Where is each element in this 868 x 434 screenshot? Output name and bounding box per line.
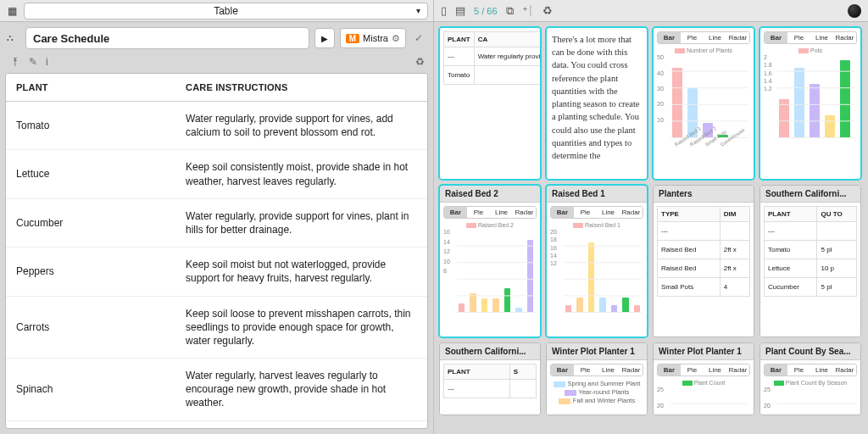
table-row[interactable]: ZucchiniWater regularly, provide support… (6, 420, 427, 429)
card-body: BarPieLineRadarPlant Count By Season5101… (760, 360, 860, 415)
tab-pie[interactable]: Pie (787, 364, 810, 376)
tab-pie[interactable]: Pie (681, 32, 704, 43)
tab-radar[interactable]: Radar (726, 364, 749, 376)
mini-row[interactable]: Small Pots4 (658, 278, 750, 297)
card-r2c3[interactable]: PlantersTYPEDIM---Raised Bed2ft xRaised … (653, 185, 754, 337)
tab-bar[interactable]: Bar (444, 207, 467, 218)
edit-icon[interactable]: ✎ (29, 56, 37, 68)
card-r1c3[interactable]: BarPieLineRadarNumber of Plants102030405… (653, 27, 754, 180)
tab-line[interactable]: Line (597, 364, 620, 376)
chart-tabs[interactable]: BarPieLineRadar (764, 364, 857, 376)
mini-row[interactable]: Raised Bed2ft x (658, 241, 750, 259)
tab-pie[interactable]: Pie (574, 364, 597, 376)
add-icon[interactable]: ⁺⦚ (522, 4, 534, 17)
title-row: ∴ Care Schedule ▶ M Mistra ⚙ ✓ (0, 22, 433, 54)
mini-chart: 810121416 (443, 230, 537, 323)
table-row[interactable]: LettuceKeep soil consistently moist, pro… (6, 150, 427, 198)
card-grid[interactable]: PLANTCA---Water regularly provide suppor… (434, 22, 868, 434)
tab-radar[interactable]: Radar (833, 364, 856, 376)
copy-icon[interactable]: ⧉ (506, 4, 514, 18)
tab-pie[interactable]: Pie (574, 207, 597, 218)
right-panel: ▯ ▤ 5 / 66 ⧉ ⁺⦚ ♻ PLANTCA---Water regula… (434, 0, 868, 434)
mini-row[interactable]: Raised Bed2ft x (658, 259, 750, 278)
card-r3c4[interactable]: Plant Count By Sea...BarPieLineRadarPlan… (760, 342, 861, 415)
card-r3c2[interactable]: Winter Plot Planter 1BarPieLineRadarSpri… (546, 342, 648, 415)
tab-radar[interactable]: Radar (833, 32, 856, 43)
tab-radar[interactable]: Radar (620, 364, 643, 376)
table-row[interactable]: PeppersKeep soil moist but not waterlogg… (6, 248, 427, 296)
tab-bar[interactable]: Bar (658, 364, 681, 376)
mini-th: TYPE (658, 207, 721, 222)
cell-type-dropdown[interactable]: Table ▾ (24, 3, 428, 19)
chart-tabs[interactable]: BarPieLineRadar (550, 364, 643, 376)
cell-care: Water regularly, harvest leaves regularl… (175, 359, 427, 421)
table-row[interactable]: CucumberWater regularly, provide support… (6, 198, 427, 247)
orb-icon[interactable] (848, 4, 861, 18)
tab-line[interactable]: Line (490, 207, 513, 218)
tab-line[interactable]: Line (704, 32, 726, 43)
table-scroll[interactable]: PLANT CARE INSTRUCTIONS TomatoWater regu… (5, 73, 428, 429)
card-title: Southern Californi... (760, 186, 860, 203)
card-r1c4[interactable]: BarPieLineRadarPots1.21.41.61.82 (760, 27, 861, 180)
check-icon[interactable]: ✓ (411, 32, 426, 44)
table-row[interactable]: SpinachWater regularly, harvest leaves r… (6, 359, 427, 421)
chart-tabs[interactable]: BarPieLineRadar (657, 364, 750, 376)
panel-icon-2[interactable]: ▤ (455, 4, 465, 17)
tab-pie[interactable]: Pie (681, 364, 704, 376)
mini-row[interactable]: Lettuce10 p (765, 259, 857, 278)
tab-bar[interactable]: Bar (765, 364, 787, 376)
upload-icon[interactable]: ⭱ (10, 56, 20, 68)
mini-th: QU TO (817, 207, 857, 222)
tab-bar[interactable]: Bar (551, 364, 574, 376)
cell-plant: Tomato (6, 102, 175, 150)
page-counter: 5 / 66 (474, 6, 498, 16)
tab-radar[interactable]: Radar (620, 207, 643, 218)
tab-radar[interactable]: Radar (726, 32, 749, 43)
card-r2c1[interactable]: Raised Bed 2BarPieLineRadarRaised Bed 28… (439, 185, 541, 337)
table-row[interactable]: TomatoWater regularly, provide support f… (6, 102, 427, 150)
card-title: Southern Californi... (440, 343, 540, 360)
model-selector[interactable]: M Mistra ⚙ (340, 28, 406, 48)
card-r2c2[interactable]: Raised Bed 1BarPieLineRadarRaised Bed 11… (546, 185, 648, 337)
card-r1c1[interactable]: PLANTCA---Water regularly provide suppor… (439, 27, 541, 180)
cell-plant: Cucumber (6, 198, 175, 247)
tab-line[interactable]: Line (597, 207, 620, 218)
mini-row[interactable]: --- (444, 380, 537, 398)
dots-icon[interactable]: ∴ (7, 32, 20, 44)
col-plant[interactable]: PLANT (6, 74, 175, 102)
table-icon: ▦ (5, 5, 19, 17)
card-r3c3[interactable]: Winter Plot Planter 1BarPieLineRadarPlan… (653, 342, 754, 415)
info-icon[interactable]: i (46, 56, 48, 68)
col-care[interactable]: CARE INSTRUCTIONS (175, 74, 427, 102)
tab-line[interactable]: Line (704, 364, 726, 376)
mini-row[interactable]: Tomato5 pl (765, 241, 857, 259)
cell-plant: Zucchini (6, 420, 175, 429)
mini-row[interactable]: --- (658, 222, 750, 241)
chart-tabs[interactable]: BarPieLineRadar (443, 206, 537, 219)
tab-bar[interactable]: Bar (765, 32, 787, 43)
title-input[interactable]: Care Schedule (25, 27, 309, 49)
card-r2c4[interactable]: Southern Californi...PLANTQU TO---Tomato… (760, 185, 861, 337)
tab-line[interactable]: Line (810, 32, 833, 43)
chart-tabs[interactable]: BarPieLineRadar (764, 31, 857, 44)
chart-tabs[interactable]: BarPieLineRadar (657, 31, 750, 44)
mini-row[interactable]: ---Water regularly provide support for v… (444, 47, 541, 66)
tab-bar[interactable]: Bar (551, 207, 574, 218)
run-button[interactable]: ▶ (314, 28, 335, 48)
tab-bar[interactable]: Bar (658, 32, 681, 43)
table-row[interactable]: CarrotsKeep soil loose to prevent missha… (6, 296, 427, 359)
tab-pie[interactable]: Pie (467, 207, 490, 218)
tab-line[interactable]: Line (810, 364, 833, 376)
panel-icon[interactable]: ▯ (441, 4, 447, 17)
mini-th: CA (474, 32, 540, 47)
mini-row[interactable]: Cucumber5 pl (765, 278, 857, 297)
tab-radar[interactable]: Radar (513, 207, 536, 218)
chart-tabs[interactable]: BarPieLineRadar (550, 206, 643, 219)
mini-row[interactable]: Tomato (444, 66, 541, 85)
tab-pie[interactable]: Pie (787, 32, 810, 43)
recycle-icon[interactable]: ♻ (542, 4, 553, 17)
card-r1c2[interactable]: There's a lot more that can be done with… (546, 27, 648, 180)
mini-row[interactable]: --- (765, 222, 857, 241)
card-r3c1[interactable]: Southern Californi...PLANTS--- (439, 342, 541, 415)
refresh-icon[interactable]: ♻ (415, 56, 425, 68)
